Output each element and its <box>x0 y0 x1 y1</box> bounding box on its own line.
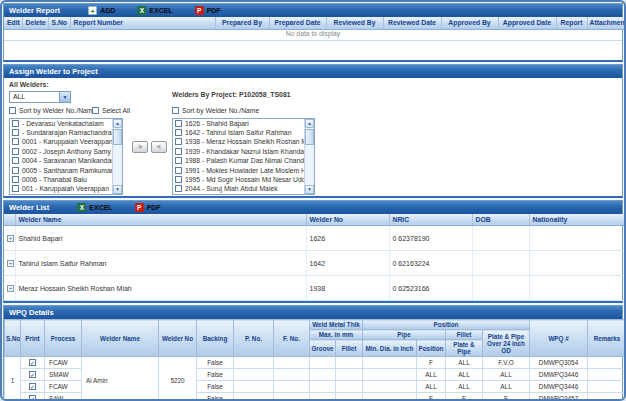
col-attachment[interactable]: Attachment <box>587 17 626 29</box>
expand-plus-icon[interactable]: + <box>7 260 14 267</box>
scroll-up-icon[interactable]: ▲ <box>113 119 122 128</box>
list-item[interactable]: 1995 - Md Sogir Hossain Md Nesar Uddin H… <box>173 175 304 184</box>
checkbox-icon[interactable] <box>92 107 99 114</box>
col-f-no[interactable]: F. No. <box>274 320 310 357</box>
col-min-dia[interactable]: Min. Dia. in Inch <box>363 340 417 357</box>
checkbox-icon[interactable] <box>175 167 182 174</box>
print-checkbox[interactable] <box>29 383 36 390</box>
checkbox-icon[interactable] <box>12 120 19 127</box>
checkbox-icon[interactable] <box>175 185 182 192</box>
print-checkbox[interactable] <box>29 359 36 366</box>
scrollbar[interactable]: ▲ ▼ <box>112 119 122 194</box>
col-prepared-by[interactable]: Prepared By <box>215 17 269 29</box>
scroll-thumb[interactable] <box>305 129 314 145</box>
move-left-button[interactable]: < <box>151 141 167 153</box>
list-item[interactable]: 1988 - Palash Kumar Das Nimai Chandra Da… <box>173 156 304 165</box>
table-row[interactable]: + Shahid Bapari 1626 0 62378190 <box>4 226 626 251</box>
col-sno[interactable]: S.No <box>5 320 21 357</box>
col-sno[interactable]: S.No <box>48 17 70 29</box>
project-welders-listbox[interactable]: 1626 - Shahid Bapari 1642 - Tahirul Isla… <box>172 118 315 195</box>
col-backing[interactable]: Backing <box>197 320 234 357</box>
col-p-no[interactable]: P. No. <box>234 320 274 357</box>
checkbox-icon[interactable] <box>175 157 182 164</box>
list-item[interactable]: 0004 - Saravanan Manikandan <box>10 156 112 165</box>
checkbox-icon[interactable] <box>12 185 19 192</box>
excel-export-button[interactable]: X EXCEL <box>137 6 172 15</box>
checkbox-icon[interactable] <box>12 129 19 136</box>
pdf-export-button[interactable]: P PDF <box>135 203 161 212</box>
sort-all-welders-checkbox[interactable]: Sort by Welder No./Name <box>9 107 96 114</box>
col-delete[interactable]: Delete <box>22 17 48 29</box>
col-dob[interactable]: DOB <box>472 214 529 226</box>
col-welder-no[interactable]: Welder No <box>159 320 197 357</box>
checkbox-icon[interactable] <box>175 176 182 183</box>
checkbox-icon[interactable] <box>175 148 182 155</box>
checkbox-icon[interactable] <box>175 120 182 127</box>
scrollbar[interactable]: ▲ ▼ <box>304 119 314 194</box>
list-item[interactable]: 0005 - Santhanam Ramkumar <box>10 165 112 174</box>
scroll-down-icon[interactable]: ▼ <box>113 185 122 194</box>
col-position[interactable]: Position <box>417 340 446 357</box>
scroll-down-icon[interactable]: ▼ <box>305 185 314 194</box>
list-item[interactable]: 1938 - Meraz Hossain Sheikh Roshan Miah <box>173 137 304 146</box>
list-item[interactable]: 1939 - Khandakar Nazrul Islam Khandakar … <box>173 147 304 156</box>
checkbox-icon[interactable] <box>12 148 19 155</box>
col-approved-date[interactable]: Approved Date <box>498 17 556 29</box>
print-checkbox[interactable] <box>29 395 36 401</box>
col-reviewed-by[interactable]: Reviewed By <box>326 17 383 29</box>
checkbox-icon[interactable] <box>175 129 182 136</box>
col-welder-name[interactable]: Welder Name <box>82 320 159 357</box>
col-edit[interactable]: Edit <box>4 17 22 29</box>
list-item[interactable]: - Devarasu Venkatachalam <box>10 119 112 128</box>
list-item[interactable]: 0002 - Joseph Anthony Samy <box>10 147 112 156</box>
col-process[interactable]: Process <box>45 320 82 357</box>
expand-plus-icon[interactable]: + <box>7 235 14 242</box>
all-welders-listbox[interactable]: - Devarasu Venkatachalam - Sundararajan … <box>9 118 123 195</box>
checkbox-icon[interactable] <box>175 138 182 145</box>
add-button[interactable]: + ADD <box>88 6 115 15</box>
col-plate-pipe[interactable]: Plate & Pipe <box>446 340 483 357</box>
col-remarks[interactable]: Remarks <box>588 320 626 357</box>
checkbox-icon[interactable] <box>12 176 19 183</box>
col-groove[interactable]: Groove <box>310 340 336 357</box>
sort-project-welders-checkbox[interactable]: Sort by Welder No./Name <box>172 107 259 114</box>
list-item[interactable]: 0001 - Karuppaiah Veerappan <box>10 137 112 146</box>
excel-export-button[interactable]: X EXCEL <box>77 203 112 212</box>
list-item[interactable]: 1642 - Tahirul Islam Saifur Rahman <box>173 128 304 137</box>
list-item[interactable]: 1991 - Mokles Howlader Late Moslem Howla… <box>173 165 304 174</box>
col-print[interactable]: Print <box>21 320 45 357</box>
list-item[interactable]: - Sundararajan Ramachandramoorthy <box>10 128 112 137</box>
col-wpq-number[interactable]: WPQ # <box>530 320 588 357</box>
checkbox-icon[interactable] <box>12 167 19 174</box>
col-report[interactable]: Report <box>556 17 587 29</box>
col-reviewed-date[interactable]: Reviewed Date <box>383 17 441 29</box>
col-report-number[interactable]: Report Number <box>70 17 215 29</box>
table-row[interactable]: + Meraz Hossain Sheikh Roshan Miah 1938 … <box>4 276 626 301</box>
col-plate-pipe-over-24[interactable]: Plate & Pipe Over 24 inch OD <box>483 330 530 357</box>
print-checkbox[interactable] <box>29 371 36 378</box>
list-item[interactable]: 0006 - Thanabal Balu <box>10 175 112 184</box>
col-nationality[interactable]: Nationality <box>529 214 626 226</box>
table-row[interactable]: 1 FCAW Al Amin 5220 False F ALL F,V,O DM… <box>5 357 626 369</box>
expand-plus-icon[interactable]: + <box>7 285 14 292</box>
welder-filter-dropdown[interactable]: ALL ▼ <box>9 91 71 103</box>
list-item[interactable]: 1626 - Shahid Bapari <box>173 119 304 128</box>
scroll-thumb[interactable] <box>113 129 122 145</box>
move-right-button[interactable]: > <box>132 141 148 153</box>
chevron-down-icon[interactable]: ▼ <box>59 92 70 102</box>
pdf-export-button[interactable]: P PDF <box>195 6 221 15</box>
checkbox-icon[interactable] <box>12 138 19 145</box>
col-approved-by[interactable]: Approved By <box>441 17 498 29</box>
col-welder-name[interactable]: Welder Name <box>15 214 306 226</box>
col-welder-no[interactable]: Welder No <box>306 214 389 226</box>
checkbox-icon[interactable] <box>12 157 19 164</box>
checkbox-icon[interactable] <box>9 107 16 114</box>
list-item[interactable]: 2044 - Suruj Miah Abdul Malek <box>173 184 304 193</box>
list-item[interactable]: 001 - Karuppaiah Veerappan <box>10 184 112 193</box>
scroll-up-icon[interactable]: ▲ <box>305 119 314 128</box>
col-fillet[interactable]: Fillet <box>336 340 363 357</box>
checkbox-icon[interactable] <box>172 107 179 114</box>
table-row[interactable]: + Tahirul Islam Saifur Rahman 1642 0 621… <box>4 251 626 276</box>
col-prepared-date[interactable]: Prepared Date <box>269 17 326 29</box>
col-nric[interactable]: NRIC <box>389 214 472 226</box>
